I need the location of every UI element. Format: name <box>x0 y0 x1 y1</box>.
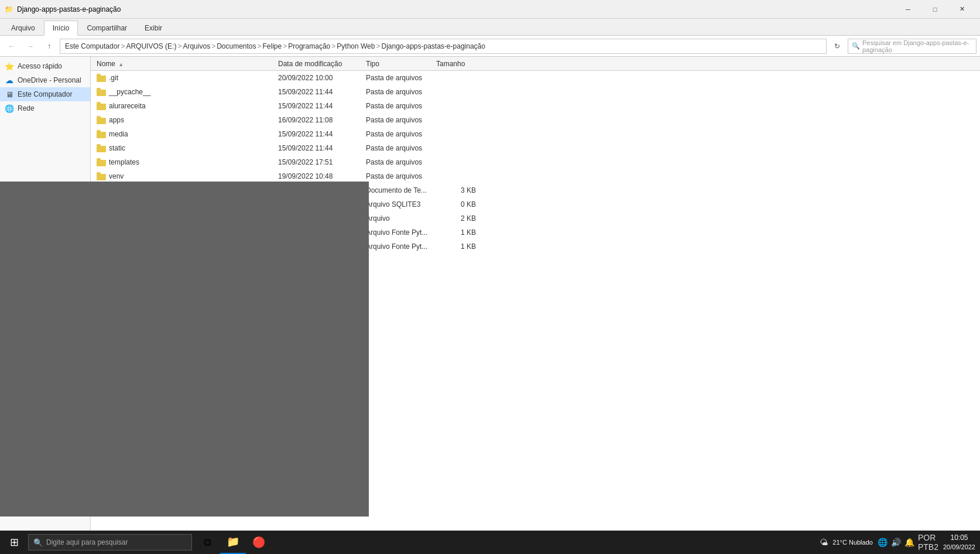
window-icon: 📁 <box>5 5 13 13</box>
file-name-cell: templates <box>93 158 275 166</box>
path-python-web[interactable]: Python Web <box>337 42 375 50</box>
forward-button[interactable]: → <box>22 38 39 54</box>
path-felipe[interactable]: Felipe <box>263 42 282 50</box>
back-button[interactable]: ← <box>4 38 20 54</box>
file-type-cell: Arquivo Fonte Pyt... <box>362 228 433 237</box>
table-row[interactable]: .git 20/09/2022 10:00 Pasta de arquivos <box>91 71 980 85</box>
start-button[interactable]: ⊞ <box>0 531 28 554</box>
tab-arquivo[interactable]: Arquivo <box>2 20 44 35</box>
path-sep-5: > <box>283 42 287 50</box>
folder-icon <box>97 116 106 124</box>
tab-inicio[interactable]: Início <box>44 20 78 36</box>
app-3[interactable]: 🔴 <box>246 531 272 554</box>
sidebar-label: OneDrive - Personal <box>18 76 81 84</box>
file-size-cell: 3 KB <box>433 186 479 194</box>
path-arquivos-e[interactable]: ARQUIVOS (E:) <box>126 42 176 50</box>
file-type-cell: Arquivo Fonte Pyt... <box>362 242 433 251</box>
file-name: .git <box>109 74 118 82</box>
path-arquivos[interactable]: Arquivos <box>183 42 210 50</box>
path-sep-6: > <box>331 42 335 50</box>
weather-icon: 🌤 <box>820 538 828 547</box>
maximize-button[interactable]: □ <box>921 0 948 19</box>
sort-arrow-name: ▲ <box>118 61 124 67</box>
address-path[interactable]: Este Computador > ARQUIVOS (E:) > Arquiv… <box>60 39 827 54</box>
up-button[interactable]: ↑ <box>41 38 57 54</box>
col-header-date[interactable]: Data de modificação <box>275 60 362 68</box>
path-sep-3: > <box>211 42 215 50</box>
pc-icon <box>5 90 14 99</box>
network-icon <box>5 104 14 113</box>
folder-icon <box>97 88 106 96</box>
path-django-folder[interactable]: Django-apps-pastas-e-paginação <box>381 42 485 50</box>
file-explorer-app[interactable]: 📁 <box>220 531 246 554</box>
file-type-cell: Pasta de arquivos <box>362 102 433 110</box>
file-date-cell: 15/09/2022 17:51 <box>275 158 362 166</box>
sidebar-item-rede[interactable]: Rede <box>0 101 90 115</box>
tab-exibir[interactable]: Exibir <box>136 20 171 35</box>
table-row[interactable]: alurareceita 15/09/2022 11:44 Pasta de a… <box>91 99 980 113</box>
taskbar-search[interactable]: 🔍 Digite aqui para pesquisar <box>28 534 192 550</box>
file-name-cell: alurareceita <box>93 102 275 110</box>
file-size-cell: 0 KB <box>433 200 479 208</box>
minimize-button[interactable]: ─ <box>895 0 921 19</box>
file-date-cell: 16/09/2022 11:08 <box>275 116 362 124</box>
clock-date: 20/09/2022 <box>943 543 975 552</box>
battery-icon[interactable]: 🔔 <box>904 538 914 547</box>
search-box[interactable]: 🔍 Pesquisar em Django-apps-pastas-e-pagi… <box>848 39 976 54</box>
table-row[interactable]: static 15/09/2022 11:44 Pasta de arquivo… <box>91 141 980 155</box>
tab-compartilhar[interactable]: Compartilhar <box>78 20 136 35</box>
path-sep-2: > <box>177 42 181 50</box>
col-header-size[interactable]: Tamanho <box>433 60 479 68</box>
file-name: apps <box>109 116 124 124</box>
file-name-cell: venv <box>93 172 275 180</box>
table-row[interactable]: media 15/09/2022 11:44 Pasta de arquivos <box>91 127 980 141</box>
path-label: Programação <box>288 42 330 50</box>
path-programacao[interactable]: Programação <box>288 42 330 50</box>
file-name-cell: __pycache__ <box>93 88 275 96</box>
tray-icons: 🌐 🔊 🔔 PORPTB2 <box>878 533 938 552</box>
file-type-cell: Pasta de arquivos <box>362 172 433 180</box>
folder-icon <box>97 74 106 82</box>
star-icon <box>5 61 14 71</box>
ribbon-tabs: Arquivo Início Compartilhar Exibir <box>0 19 980 35</box>
file-date-cell: 20/09/2022 10:00 <box>275 74 362 82</box>
sidebar-item-este-computador[interactable]: Este Computador <box>0 87 90 101</box>
table-row[interactable]: templates 15/09/2022 17:51 Pasta de arqu… <box>91 155 980 169</box>
path-documentos[interactable]: Documentos <box>217 42 256 50</box>
folder-icon <box>97 172 106 180</box>
file-name: __pycache__ <box>109 88 150 96</box>
file-type-cell: Pasta de arquivos <box>362 144 433 152</box>
terminal-overlay <box>0 182 369 517</box>
title-bar: 📁 Django-apps-pastas-e-paginação ─ □ ✕ <box>0 0 980 19</box>
col-header-type[interactable]: Tipo <box>362 60 433 68</box>
search-icon: 🔍 <box>852 42 860 50</box>
close-button[interactable]: ✕ <box>948 0 975 19</box>
file-name: static <box>109 144 125 152</box>
table-row[interactable]: __pycache__ 15/09/2022 11:44 Pasta de ar… <box>91 85 980 99</box>
taskbar-tray: 🌤 21°C Nublado 🌐 🔊 🔔 PORPTB2 10:05 20/09… <box>820 533 980 552</box>
taskbar-clock[interactable]: 10:05 20/09/2022 <box>943 533 975 552</box>
title-bar-controls: ─ □ ✕ <box>895 0 975 19</box>
sidebar-item-acesso-rapido[interactable]: Acesso rápido <box>0 59 90 73</box>
speaker-icon[interactable]: 🔊 <box>891 538 901 547</box>
network-tray-icon[interactable]: 🌐 <box>878 538 888 547</box>
folder-icon <box>97 130 106 138</box>
path-label: Este Computador <box>65 42 119 50</box>
path-sep-7: > <box>376 42 380 50</box>
sidebar-label: Este Computador <box>18 90 72 98</box>
path-label: Documentos <box>217 42 256 50</box>
refresh-button[interactable]: ↻ <box>829 38 845 54</box>
sidebar-item-onedrive[interactable]: OneDrive - Personal <box>0 73 90 87</box>
sidebar-label: Rede <box>18 104 35 112</box>
task-view-button[interactable]: ⧉ <box>194 531 220 554</box>
file-type-cell: Pasta de arquivos <box>362 88 433 96</box>
address-bar: ← → ↑ Este Computador > ARQUIVOS (E:) > … <box>0 36 980 57</box>
col-header-name[interactable]: Nome ▲ <box>93 60 275 68</box>
path-label: Arquivos <box>183 42 210 50</box>
folder-icon <box>97 102 106 110</box>
weather-text: 21°C Nublado <box>832 539 873 546</box>
table-row[interactable]: apps 16/09/2022 11:08 Pasta de arquivos <box>91 113 980 127</box>
taskbar-search-icon: 🔍 <box>33 538 43 547</box>
path-este-computador[interactable]: Este Computador <box>65 42 119 50</box>
file-date-cell: 15/09/2022 11:44 <box>275 102 362 110</box>
